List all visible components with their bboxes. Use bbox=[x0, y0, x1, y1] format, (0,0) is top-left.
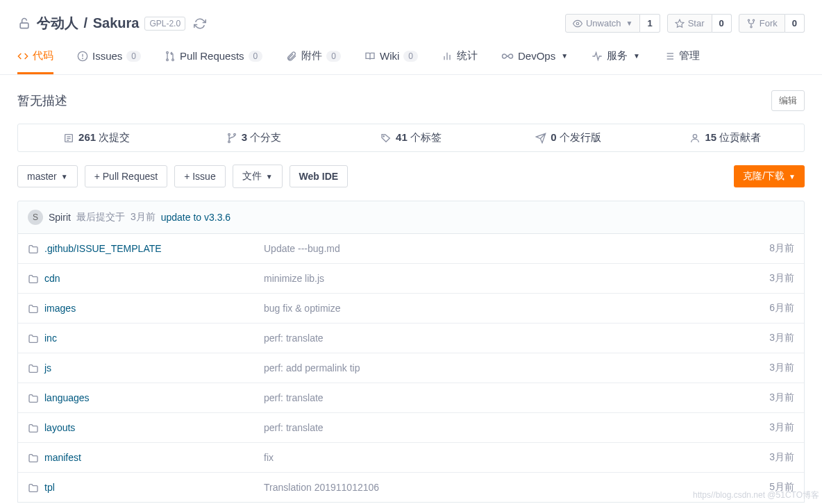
file-link[interactable]: cdn bbox=[44, 273, 60, 284]
file-msg[interactable]: perf: add permalink tip bbox=[264, 362, 769, 373]
file-msg[interactable]: Update ---bug.md bbox=[264, 243, 769, 254]
file-row: cdnminimize lib.js3月前 bbox=[18, 264, 804, 294]
tab-devops-label: DevOps bbox=[518, 50, 555, 62]
tab-issues[interactable]: Issues 0 bbox=[77, 49, 141, 74]
tab-service-label: 服务 bbox=[607, 49, 628, 62]
folder-icon bbox=[28, 421, 39, 433]
folder-icon bbox=[28, 392, 39, 403]
fork-icon bbox=[746, 19, 756, 28]
fork-button[interactable]: Fork bbox=[739, 14, 785, 33]
infinity-icon bbox=[501, 51, 514, 62]
list-icon bbox=[664, 51, 675, 62]
svg-point-27 bbox=[228, 141, 230, 143]
file-row: jsperf: add permalink tip3月前 bbox=[18, 353, 804, 383]
contribs-label: 位贡献者 bbox=[719, 131, 761, 143]
unwatch-group: Unwatch ▼ 1 bbox=[565, 14, 660, 33]
repo-tabs: 代码 Issues 0 Pull Requests 0 附件 0 Wiki 0 … bbox=[0, 33, 822, 75]
commit-msg[interactable]: update to v3.3.6 bbox=[161, 212, 230, 223]
sync-button[interactable] bbox=[191, 14, 209, 32]
file-button[interactable]: 文件 ▼ bbox=[233, 165, 283, 188]
owner-link[interactable]: 兮动人 bbox=[37, 15, 78, 31]
file-link[interactable]: tpl bbox=[44, 482, 55, 493]
clone-button[interactable]: 克隆/下载 ▼ bbox=[734, 165, 805, 187]
caret-icon: ▼ bbox=[633, 52, 640, 60]
file-link[interactable]: .github/ISSUE_TEMPLATE bbox=[44, 243, 162, 254]
tab-devops[interactable]: DevOps ▼ bbox=[501, 49, 568, 74]
eye-icon bbox=[573, 19, 582, 28]
stat-releases[interactable]: 0 个发行版 bbox=[489, 124, 646, 151]
file-msg[interactable]: perf: translate bbox=[264, 333, 769, 344]
star-button[interactable]: Star bbox=[667, 14, 712, 33]
svg-point-8 bbox=[83, 58, 83, 59]
book-icon bbox=[364, 51, 376, 62]
repo-link[interactable]: Sakura bbox=[93, 15, 140, 31]
tab-code[interactable]: 代码 bbox=[17, 49, 53, 74]
file-name-cell: manifest bbox=[28, 451, 264, 463]
unwatch-button[interactable]: Unwatch ▼ bbox=[565, 14, 640, 33]
tab-manage-label: 管理 bbox=[679, 49, 700, 62]
edit-button[interactable]: 编辑 bbox=[771, 90, 805, 111]
user-icon bbox=[689, 133, 701, 144]
repo-header: 兮动人 / Sakura GPL-2.0 Unwatch ▼ 1 Star 0 bbox=[0, 0, 822, 33]
svg-point-3 bbox=[748, 19, 749, 21]
file-name-cell: images bbox=[28, 302, 264, 314]
file-msg[interactable]: fix bbox=[264, 452, 769, 463]
folder-icon bbox=[28, 242, 39, 254]
watch-count[interactable]: 1 bbox=[640, 14, 660, 33]
webide-button[interactable]: Web IDE bbox=[290, 165, 349, 187]
description-row: 暂无描述 编辑 bbox=[0, 75, 822, 124]
pulls-count: 0 bbox=[249, 51, 263, 62]
license-badge[interactable]: GPL-2.0 bbox=[144, 17, 185, 31]
file-row: languagesperf: translate3月前 bbox=[18, 383, 804, 413]
file-row: tplTranslation 2019110121065月前 bbox=[18, 473, 804, 502]
tab-issues-label: Issues bbox=[92, 50, 122, 62]
caret-icon: ▼ bbox=[61, 173, 68, 180]
file-time: 8月前 bbox=[769, 242, 794, 255]
svg-point-5 bbox=[750, 26, 752, 27]
file-link[interactable]: manifest bbox=[44, 452, 81, 463]
file-msg[interactable]: perf: translate bbox=[264, 422, 769, 433]
slash: / bbox=[84, 15, 88, 31]
repo-title[interactable]: 兮动人 / Sakura bbox=[37, 14, 139, 33]
tag-icon bbox=[380, 133, 392, 144]
file-link[interactable]: layouts bbox=[44, 422, 75, 433]
file-msg[interactable]: bug fix & optimize bbox=[264, 303, 769, 314]
file-msg[interactable]: perf: translate bbox=[264, 392, 769, 403]
stat-contribs[interactable]: 15 位贡献者 bbox=[647, 124, 804, 151]
contribs-num: 15 bbox=[705, 131, 716, 143]
chart-icon bbox=[442, 51, 453, 62]
tab-manage[interactable]: 管理 bbox=[664, 49, 700, 74]
stat-branches[interactable]: 3 个分支 bbox=[175, 124, 332, 151]
stat-commits[interactable]: 261 次提交 bbox=[18, 124, 175, 151]
file-link[interactable]: images bbox=[44, 303, 76, 314]
tab-stats[interactable]: 统计 bbox=[442, 49, 478, 74]
avatar[interactable]: S bbox=[28, 210, 43, 225]
svg-point-9 bbox=[167, 51, 169, 53]
stat-tags[interactable]: 41 个标签 bbox=[333, 124, 489, 151]
commits-label: 次提交 bbox=[99, 131, 130, 143]
fork-group: Fork 0 bbox=[739, 14, 805, 33]
issue-button[interactable]: + Issue bbox=[174, 165, 226, 187]
last-commit-row: S Spirit 最后提交于 3月前 update to v3.3.6 bbox=[17, 201, 805, 234]
tab-pulls[interactable]: Pull Requests 0 bbox=[165, 49, 262, 74]
watermark: https//blog.csdn.net @51CTO博客 bbox=[693, 489, 819, 501]
svg-point-10 bbox=[167, 59, 169, 61]
commit-author[interactable]: Spirit bbox=[49, 212, 71, 223]
tab-wiki[interactable]: Wiki 0 bbox=[364, 49, 418, 74]
svg-point-25 bbox=[228, 133, 230, 135]
file-link[interactable]: js bbox=[44, 362, 51, 373]
pr-icon bbox=[165, 51, 176, 62]
fork-count[interactable]: 0 bbox=[785, 14, 805, 33]
file-label: 文件 bbox=[242, 170, 262, 183]
branch-selector[interactable]: master ▼ bbox=[17, 165, 78, 187]
pr-button[interactable]: + Pull Request bbox=[85, 165, 167, 187]
file-msg[interactable]: minimize lib.js bbox=[264, 273, 769, 284]
file-link[interactable]: inc bbox=[44, 333, 57, 344]
svg-rect-0 bbox=[20, 23, 28, 28]
caret-icon: ▼ bbox=[789, 173, 796, 180]
star-count[interactable]: 0 bbox=[712, 14, 732, 33]
tab-service[interactable]: 服务 ▼ bbox=[592, 49, 640, 74]
file-link[interactable]: languages bbox=[44, 392, 90, 403]
tab-attach[interactable]: 附件 0 bbox=[286, 49, 341, 74]
file-name-cell: .github/ISSUE_TEMPLATE bbox=[28, 242, 264, 254]
